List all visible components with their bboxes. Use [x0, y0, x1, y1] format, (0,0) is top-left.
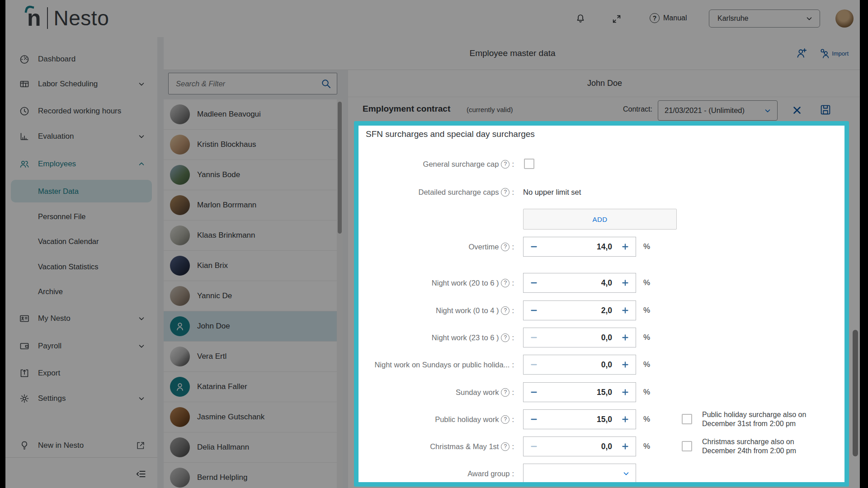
decrement-button[interactable] — [524, 301, 544, 320]
percent-unit: % — [643, 409, 661, 429]
increment-button[interactable] — [615, 410, 636, 429]
highlighted-surcharges-panel: SFN surcharges and special day surcharge… — [354, 121, 849, 487]
christmas-may-1st-label: Christmas & May 1st? — [359, 436, 514, 456]
percent-unit: % — [643, 328, 661, 347]
increment-button[interactable] — [615, 328, 636, 347]
stepper-value[interactable]: 2,0 — [544, 306, 615, 315]
percent-unit: % — [643, 273, 661, 293]
overtime-stepper: 14,0 — [523, 237, 636, 257]
percent-unit: % — [643, 237, 661, 257]
help-icon[interactable]: ? — [501, 188, 509, 197]
detailed-surcharge-caps-label: Detailed surcharge caps? — [359, 182, 514, 202]
help-icon[interactable]: ? — [501, 306, 509, 315]
increment-button[interactable] — [615, 273, 636, 292]
surcharge-option-checkbox[interactable] — [682, 414, 692, 424]
help-icon[interactable]: ? — [501, 279, 509, 287]
help-icon[interactable]: ? — [501, 388, 509, 397]
stepper-value[interactable]: 0,0 — [544, 360, 615, 370]
stepper-value[interactable]: 4,0 — [544, 278, 615, 288]
panel-title: SFN surcharges and special day surcharge… — [366, 129, 535, 139]
public-holiday-work-stepper: 15,0 — [523, 409, 636, 429]
night-work-23-to-6-label: Night work (23 to 6 )? — [359, 328, 514, 347]
night-work-20-to-6-stepper: 4,0 — [523, 273, 636, 293]
field-label-text: Public holiday work — [435, 415, 499, 424]
percent-unit: % — [643, 300, 661, 320]
field-label-text: Christmas & May 1st — [430, 442, 499, 451]
surcharges-panel-body: SFN surcharges and special day surcharge… — [359, 126, 844, 482]
night-work-on-sundays-or-public-holida-label: Night work on Sundays or public holida..… — [359, 355, 514, 375]
detailed-caps-value: No upper limit set — [523, 182, 581, 202]
stepper-value[interactable]: 0,0 — [544, 442, 615, 451]
christmas-may-1st-stepper: 0,0 — [523, 436, 636, 456]
stepper-value[interactable]: 14,0 — [544, 242, 615, 252]
help-icon[interactable]: ? — [501, 243, 509, 251]
decrement-button[interactable] — [524, 355, 544, 374]
increment-button[interactable] — [615, 355, 636, 374]
night-work-0-to-4-stepper: 2,0 — [523, 300, 636, 320]
night-work-23-to-6-stepper: 0,0 — [523, 328, 636, 347]
add-surcharge-cap-button[interactable]: ADD — [523, 209, 677, 230]
award-group-select[interactable] — [523, 464, 636, 482]
increment-button[interactable] — [615, 237, 636, 256]
stepper-value[interactable]: 15,0 — [544, 388, 615, 397]
increment-button[interactable] — [615, 383, 636, 402]
field-label-text: Night work (20 to 6 ) — [432, 279, 499, 287]
field-label-text: Sunday work — [456, 388, 499, 397]
night-work-0-to-4-label: Night work (0 to 4 )? — [359, 300, 514, 320]
help-icon[interactable]: ? — [501, 442, 509, 451]
decrement-button[interactable] — [524, 237, 544, 256]
surcharge-option-label: Public holiday surcharge also on Decembe… — [702, 410, 824, 428]
decrement-button[interactable] — [524, 273, 544, 292]
sunday-work-label: Sunday work? — [359, 382, 514, 402]
field-label-text: General surcharge cap — [423, 160, 499, 169]
app-screen: n Nesto ? Manual Karlsruhe DashboardLabo… — [0, 0, 868, 488]
decrement-button[interactable] — [524, 328, 544, 347]
field-label-text: Night work on Sundays or public holida..… — [374, 361, 509, 369]
help-icon[interactable]: ? — [501, 160, 509, 169]
night-work-on-sundays-or-public-holida-stepper: 0,0 — [523, 355, 636, 375]
award-group-label: Award group — [359, 464, 514, 482]
surcharge-option-label: Christmas surcharge also on December 24t… — [702, 437, 824, 455]
chevron-down-icon — [622, 469, 630, 478]
help-icon[interactable]: ? — [501, 415, 509, 424]
letterbox-left — [0, 0, 5, 488]
field-label-text: Overtime — [468, 243, 499, 251]
percent-unit: % — [643, 355, 661, 375]
help-icon[interactable]: ? — [501, 333, 509, 342]
percent-unit: % — [643, 382, 661, 402]
surcharge-option-2: Christmas surcharge also on December 24t… — [682, 437, 840, 455]
night-work-20-to-6-label: Night work (20 to 6 )? — [359, 273, 514, 293]
field-label-text: Award group — [467, 469, 509, 478]
overtime-label: Overtime? — [359, 237, 514, 257]
public-holiday-work-label: Public holiday work? — [359, 409, 514, 429]
decrement-button[interactable] — [524, 410, 544, 429]
general-surcharge-cap-checkbox[interactable] — [524, 159, 534, 169]
general-surcharge-cap-label: General surcharge cap? — [359, 154, 514, 174]
sunday-work-stepper: 15,0 — [523, 382, 636, 402]
decrement-button[interactable] — [524, 437, 544, 456]
decrement-button[interactable] — [524, 383, 544, 402]
percent-unit: % — [643, 436, 661, 456]
field-label-text: Detailed surcharge caps — [418, 188, 499, 197]
stepper-value[interactable]: 0,0 — [544, 333, 615, 343]
increment-button[interactable] — [615, 437, 636, 456]
stepper-value[interactable]: 15,0 — [544, 415, 615, 424]
surcharge-option-1: Public holiday surcharge also on Decembe… — [682, 410, 840, 428]
letterbox-right — [860, 0, 868, 488]
increment-button[interactable] — [615, 301, 636, 320]
field-label-text: Night work (23 to 6 ) — [432, 333, 499, 342]
field-label-text: Night work (0 to 4 ) — [436, 306, 499, 315]
surcharge-option-checkbox[interactable] — [682, 441, 692, 451]
